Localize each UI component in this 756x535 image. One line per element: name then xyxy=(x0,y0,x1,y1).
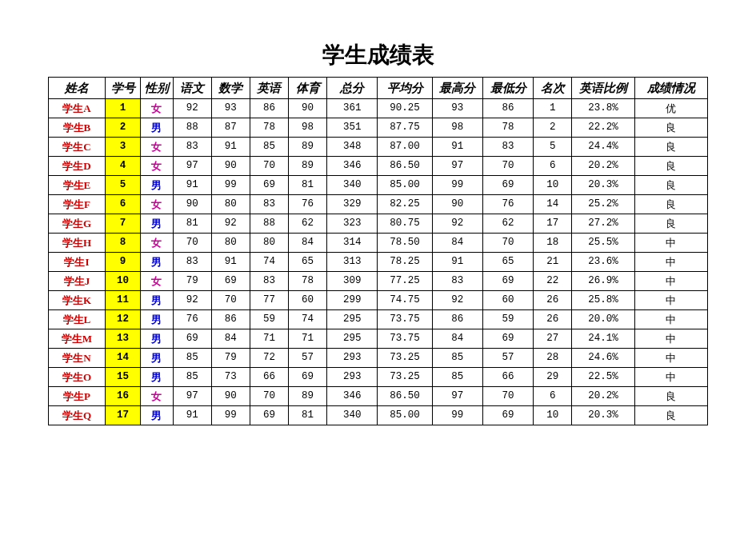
table-row: 学生O15男8573666929373.2585662922.5%中 xyxy=(49,368,708,387)
table-row: 学生A1女9293869036190.259386123.8%优 xyxy=(49,99,708,118)
cell-chinese: 70 xyxy=(173,234,211,253)
cell-status: 良 xyxy=(634,195,707,214)
cell-id: 16 xyxy=(105,387,140,406)
cell-total: 299 xyxy=(327,291,378,310)
cell-math: 92 xyxy=(211,214,250,234)
cell-total: 309 xyxy=(327,272,378,291)
cell-english: 70 xyxy=(250,157,288,176)
col-header-id: 学号 xyxy=(105,78,140,99)
cell-rank: 29 xyxy=(534,368,572,387)
cell-pe: 69 xyxy=(288,368,326,387)
cell-gender: 男 xyxy=(141,349,174,368)
col-header-math: 数学 xyxy=(211,78,250,99)
cell-total: 329 xyxy=(327,195,378,214)
cell-total: 293 xyxy=(327,368,378,387)
cell-status: 良 xyxy=(634,138,707,157)
cell-rank: 6 xyxy=(534,387,572,406)
cell-id: 13 xyxy=(105,329,140,349)
cell-max: 83 xyxy=(432,272,482,291)
cell-min: 76 xyxy=(482,195,533,214)
cell-name: 学生P xyxy=(49,387,106,406)
cell-gender: 女 xyxy=(141,138,174,157)
cell-english: 66 xyxy=(250,368,288,387)
cell-enratio: 24.4% xyxy=(572,138,634,157)
cell-name: 学生I xyxy=(49,253,106,272)
cell-total: 323 xyxy=(327,214,378,234)
col-header-status: 成绩情况 xyxy=(634,78,707,99)
cell-gender: 女 xyxy=(141,157,174,176)
cell-chinese: 85 xyxy=(173,349,211,368)
cell-chinese: 97 xyxy=(173,157,211,176)
table-row: 学生G7男8192886232380.7592621727.2%良 xyxy=(49,214,708,234)
cell-max: 85 xyxy=(432,368,482,387)
cell-min: 62 xyxy=(482,214,533,234)
cell-id: 17 xyxy=(105,406,140,425)
cell-english: 86 xyxy=(250,99,288,118)
cell-chinese: 91 xyxy=(173,406,211,425)
col-header-max: 最高分 xyxy=(432,78,482,99)
cell-math: 90 xyxy=(211,387,250,406)
col-header-name: 姓名 xyxy=(49,78,106,99)
table-row: 学生M13男6984717129573.7584692724.1%中 xyxy=(49,329,708,349)
cell-english: 83 xyxy=(250,195,288,214)
cell-rank: 22 xyxy=(534,272,572,291)
col-header-english: 英语 xyxy=(250,78,288,99)
cell-min: 83 xyxy=(482,138,533,157)
cell-gender: 男 xyxy=(141,214,174,234)
cell-pe: 65 xyxy=(288,253,326,272)
cell-total: 351 xyxy=(327,118,378,138)
cell-english: 85 xyxy=(250,138,288,157)
cell-english: 77 xyxy=(250,291,288,310)
cell-min: 86 xyxy=(482,99,533,118)
cell-name: 学生M xyxy=(49,329,106,349)
cell-status: 良 xyxy=(634,387,707,406)
cell-english: 83 xyxy=(250,272,288,291)
cell-english: 72 xyxy=(250,349,288,368)
cell-id: 14 xyxy=(105,349,140,368)
cell-id: 7 xyxy=(105,214,140,234)
cell-math: 70 xyxy=(211,291,250,310)
cell-status: 中 xyxy=(634,272,707,291)
cell-status: 优 xyxy=(634,99,707,118)
cell-english: 88 xyxy=(250,214,288,234)
cell-pe: 81 xyxy=(288,406,326,425)
cell-enratio: 22.2% xyxy=(572,118,634,138)
cell-gender: 男 xyxy=(141,176,174,195)
cell-max: 98 xyxy=(432,118,482,138)
cell-max: 92 xyxy=(432,291,482,310)
table-row: 学生Q17男9199698134085.0099691020.3%良 xyxy=(49,406,708,425)
cell-gender: 男 xyxy=(141,406,174,425)
page-title: 学生成绩表 xyxy=(48,40,708,70)
cell-name: 学生Q xyxy=(49,406,106,425)
col-header-rank: 名次 xyxy=(534,78,572,99)
cell-enratio: 23.6% xyxy=(572,253,634,272)
table-header-row: 姓名 学号 性别 语文 数学 英语 体育 总分 平均分 最高分 最低分 名次 英… xyxy=(49,78,708,99)
cell-total: 313 xyxy=(327,253,378,272)
cell-avg: 73.25 xyxy=(378,368,432,387)
cell-id: 1 xyxy=(105,99,140,118)
cell-total: 348 xyxy=(327,138,378,157)
cell-id: 15 xyxy=(105,368,140,387)
cell-max: 85 xyxy=(432,349,482,368)
cell-english: 69 xyxy=(250,176,288,195)
cell-avg: 82.25 xyxy=(378,195,432,214)
cell-pe: 98 xyxy=(288,118,326,138)
cell-enratio: 22.5% xyxy=(572,368,634,387)
cell-chinese: 85 xyxy=(173,368,211,387)
cell-avg: 85.00 xyxy=(378,406,432,425)
cell-total: 346 xyxy=(327,387,378,406)
col-header-gender: 性别 xyxy=(141,78,174,99)
cell-total: 346 xyxy=(327,157,378,176)
cell-gender: 男 xyxy=(141,329,174,349)
table-body: 学生A1女9293869036190.259386123.8%优学生B2男888… xyxy=(49,99,708,425)
cell-min: 66 xyxy=(482,368,533,387)
cell-math: 69 xyxy=(211,272,250,291)
cell-avg: 85.00 xyxy=(378,176,432,195)
grades-table: 姓名 学号 性别 语文 数学 英语 体育 总分 平均分 最高分 最低分 名次 英… xyxy=(48,77,708,425)
cell-id: 11 xyxy=(105,291,140,310)
cell-avg: 86.50 xyxy=(378,157,432,176)
cell-english: 59 xyxy=(250,310,288,329)
cell-math: 73 xyxy=(211,368,250,387)
cell-pe: 78 xyxy=(288,272,326,291)
cell-total: 340 xyxy=(327,406,378,425)
